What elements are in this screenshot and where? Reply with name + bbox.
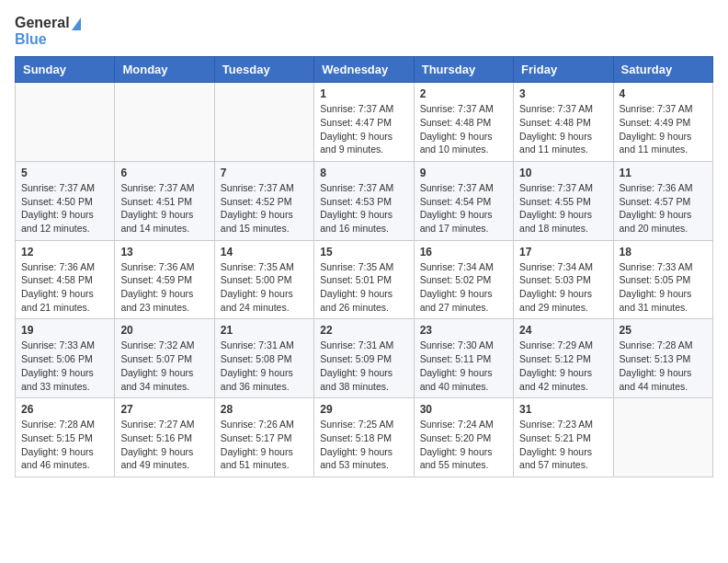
day-info: Sunrise: 7:36 AMSunset: 4:58 PMDaylight:… <box>21 260 108 315</box>
day-info: Sunrise: 7:25 AMSunset: 5:18 PMDaylight:… <box>320 418 407 472</box>
calendar-cell: 20 Sunrise: 7:32 AMSunset: 5:07 PMDaylig… <box>115 319 214 398</box>
day-info: Sunrise: 7:29 AMSunset: 5:12 PMDaylight:… <box>519 339 607 393</box>
day-number: 2 <box>420 87 507 100</box>
calendar-cell: 21 Sunrise: 7:31 AMSunset: 5:08 PMDaylig… <box>214 319 313 398</box>
day-number: 14 <box>221 246 308 259</box>
day-info: Sunrise: 7:37 AMSunset: 4:53 PMDaylight:… <box>320 181 407 236</box>
day-number: 21 <box>221 324 308 337</box>
weekday-header-thursday: Thursday <box>414 57 513 83</box>
day-info: Sunrise: 7:24 AMSunset: 5:20 PMDaylight:… <box>420 418 507 472</box>
calendar-cell: 26 Sunrise: 7:28 AMSunset: 5:15 PMDaylig… <box>16 398 115 477</box>
calendar-cell: 18 Sunrise: 7:33 AMSunset: 5:05 PMDaylig… <box>613 240 712 319</box>
day-info: Sunrise: 7:37 AMSunset: 4:48 PMDaylight:… <box>420 102 507 156</box>
day-info: Sunrise: 7:37 AMSunset: 4:47 PMDaylight:… <box>320 102 407 156</box>
calendar-cell: 7 Sunrise: 7:37 AMSunset: 4:52 PMDayligh… <box>214 161 313 240</box>
weekday-header-row: SundayMondayTuesdayWednesdayThursdayFrid… <box>16 57 713 83</box>
calendar-week-3: 12 Sunrise: 7:36 AMSunset: 4:58 PMDaylig… <box>16 240 713 319</box>
day-info: Sunrise: 7:32 AMSunset: 5:07 PMDaylight:… <box>120 339 208 393</box>
day-info: Sunrise: 7:36 AMSunset: 4:57 PMDaylight:… <box>620 181 707 236</box>
day-number: 9 <box>420 167 507 179</box>
calendar-week-5: 26 Sunrise: 7:28 AMSunset: 5:15 PMDaylig… <box>16 398 713 477</box>
calendar-cell: 1 Sunrise: 7:37 AMSunset: 4:47 PMDayligh… <box>314 83 414 162</box>
calendar-cell <box>16 83 115 162</box>
logo-text: General Blue <box>15 15 81 47</box>
calendar-week-2: 5 Sunrise: 7:37 AMSunset: 4:50 PMDayligh… <box>16 161 713 240</box>
day-number: 12 <box>21 246 108 259</box>
weekday-header-saturday: Saturday <box>613 57 712 83</box>
weekday-header-monday: Monday <box>115 57 214 83</box>
day-number: 6 <box>120 167 208 179</box>
day-number: 19 <box>21 324 108 337</box>
day-number: 4 <box>620 87 707 100</box>
calendar-cell: 9 Sunrise: 7:37 AMSunset: 4:54 PMDayligh… <box>414 161 513 240</box>
day-number: 24 <box>519 324 607 337</box>
calendar-cell: 5 Sunrise: 7:37 AMSunset: 4:50 PMDayligh… <box>16 161 115 240</box>
day-number: 5 <box>21 167 108 179</box>
day-info: Sunrise: 7:35 AMSunset: 5:00 PMDaylight:… <box>221 260 308 315</box>
day-info: Sunrise: 7:37 AMSunset: 4:51 PMDaylight:… <box>120 181 208 236</box>
calendar-cell: 22 Sunrise: 7:31 AMSunset: 5:09 PMDaylig… <box>314 319 414 398</box>
calendar-cell: 31 Sunrise: 7:23 AMSunset: 5:21 PMDaylig… <box>514 398 613 477</box>
day-number: 30 <box>420 403 507 416</box>
day-info: Sunrise: 7:37 AMSunset: 4:55 PMDaylight:… <box>519 181 607 236</box>
calendar-cell: 28 Sunrise: 7:26 AMSunset: 5:17 PMDaylig… <box>214 398 313 477</box>
calendar-cell <box>115 83 214 162</box>
day-info: Sunrise: 7:26 AMSunset: 5:17 PMDaylight:… <box>221 418 308 472</box>
calendar-cell: 30 Sunrise: 7:24 AMSunset: 5:20 PMDaylig… <box>414 398 513 477</box>
day-info: Sunrise: 7:33 AMSunset: 5:05 PMDaylight:… <box>620 260 707 315</box>
day-info: Sunrise: 7:30 AMSunset: 5:11 PMDaylight:… <box>420 339 507 393</box>
day-number: 7 <box>221 167 308 179</box>
day-number: 20 <box>120 324 208 337</box>
calendar-cell: 25 Sunrise: 7:28 AMSunset: 5:13 PMDaylig… <box>613 319 712 398</box>
calendar-cell: 13 Sunrise: 7:36 AMSunset: 4:59 PMDaylig… <box>115 240 214 319</box>
day-number: 31 <box>519 403 607 416</box>
day-info: Sunrise: 7:36 AMSunset: 4:59 PMDaylight:… <box>120 260 208 315</box>
day-number: 11 <box>620 167 707 179</box>
day-info: Sunrise: 7:27 AMSunset: 5:16 PMDaylight:… <box>120 418 208 472</box>
day-info: Sunrise: 7:31 AMSunset: 5:09 PMDaylight:… <box>320 339 407 393</box>
day-info: Sunrise: 7:37 AMSunset: 4:50 PMDaylight:… <box>21 181 108 236</box>
day-number: 27 <box>120 403 208 416</box>
calendar-cell: 12 Sunrise: 7:36 AMSunset: 4:58 PMDaylig… <box>16 240 115 319</box>
calendar-cell: 2 Sunrise: 7:37 AMSunset: 4:48 PMDayligh… <box>414 83 513 162</box>
day-number: 17 <box>519 246 607 259</box>
logo-general: General <box>15 15 81 31</box>
day-number: 16 <box>420 246 507 259</box>
calendar-cell: 10 Sunrise: 7:37 AMSunset: 4:55 PMDaylig… <box>514 161 613 240</box>
day-info: Sunrise: 7:37 AMSunset: 4:54 PMDaylight:… <box>420 181 507 236</box>
day-number: 22 <box>320 324 407 337</box>
day-info: Sunrise: 7:34 AMSunset: 5:03 PMDaylight:… <box>519 260 607 315</box>
calendar-cell: 16 Sunrise: 7:34 AMSunset: 5:02 PMDaylig… <box>414 240 513 319</box>
calendar-cell: 6 Sunrise: 7:37 AMSunset: 4:51 PMDayligh… <box>115 161 214 240</box>
day-info: Sunrise: 7:34 AMSunset: 5:02 PMDaylight:… <box>420 260 507 315</box>
weekday-header-wednesday: Wednesday <box>314 57 414 83</box>
calendar-cell: 8 Sunrise: 7:37 AMSunset: 4:53 PMDayligh… <box>314 161 414 240</box>
calendar-cell <box>613 398 712 477</box>
day-number: 26 <box>21 403 108 416</box>
day-info: Sunrise: 7:37 AMSunset: 4:48 PMDaylight:… <box>519 102 607 156</box>
calendar-body: 1 Sunrise: 7:37 AMSunset: 4:47 PMDayligh… <box>16 83 713 477</box>
calendar-cell: 11 Sunrise: 7:36 AMSunset: 4:57 PMDaylig… <box>613 161 712 240</box>
calendar-cell: 4 Sunrise: 7:37 AMSunset: 4:49 PMDayligh… <box>613 83 712 162</box>
calendar-cell: 23 Sunrise: 7:30 AMSunset: 5:11 PMDaylig… <box>414 319 513 398</box>
day-info: Sunrise: 7:23 AMSunset: 5:21 PMDaylight:… <box>519 418 607 472</box>
calendar-cell: 19 Sunrise: 7:33 AMSunset: 5:06 PMDaylig… <box>16 319 115 398</box>
weekday-header-sunday: Sunday <box>16 57 115 83</box>
day-number: 23 <box>420 324 507 337</box>
day-number: 3 <box>519 87 607 100</box>
page-header: General Blue <box>15 15 713 47</box>
day-number: 29 <box>320 403 407 416</box>
day-number: 28 <box>221 403 308 416</box>
day-number: 10 <box>519 167 607 179</box>
calendar-week-4: 19 Sunrise: 7:33 AMSunset: 5:06 PMDaylig… <box>16 319 713 398</box>
calendar-week-1: 1 Sunrise: 7:37 AMSunset: 4:47 PMDayligh… <box>16 83 713 162</box>
day-info: Sunrise: 7:28 AMSunset: 5:13 PMDaylight:… <box>620 339 707 393</box>
day-number: 1 <box>320 87 407 100</box>
calendar-cell: 24 Sunrise: 7:29 AMSunset: 5:12 PMDaylig… <box>514 319 613 398</box>
day-number: 18 <box>620 246 707 259</box>
calendar-cell: 14 Sunrise: 7:35 AMSunset: 5:00 PMDaylig… <box>214 240 313 319</box>
calendar-cell: 29 Sunrise: 7:25 AMSunset: 5:18 PMDaylig… <box>314 398 414 477</box>
calendar-cell: 3 Sunrise: 7:37 AMSunset: 4:48 PMDayligh… <box>514 83 613 162</box>
day-info: Sunrise: 7:31 AMSunset: 5:08 PMDaylight:… <box>221 339 308 393</box>
weekday-header-tuesday: Tuesday <box>214 57 313 83</box>
